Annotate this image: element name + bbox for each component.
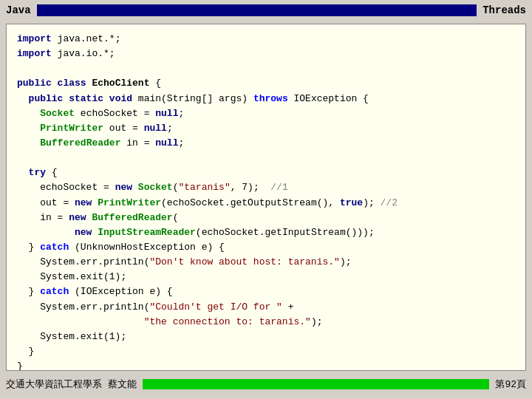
header-left-title: Java [6, 4, 31, 16]
footer-page: 第92頁 [495, 378, 526, 391]
header: Java Threads [0, 0, 532, 21]
header-right-title: Threads [482, 4, 526, 16]
footer-bar [143, 379, 490, 389]
code-content: import java.net.*; import java.io.*; pub… [6, 24, 526, 371]
footer: 交通大學資訊工程學系 蔡文能 第92頁 [0, 374, 532, 395]
footer-text: 交通大學資訊工程學系 蔡文能 [6, 378, 137, 391]
header-bar [37, 4, 477, 16]
code-block: import java.net.*; import java.io.*; pub… [17, 32, 515, 371]
